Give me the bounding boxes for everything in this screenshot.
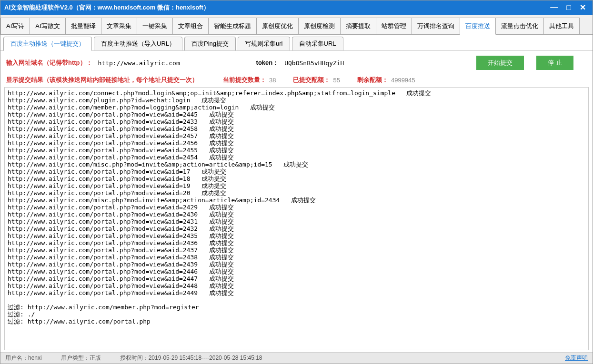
- main-tab-8[interactable]: 原创度检测: [298, 18, 341, 34]
- main-tab-bar: AI写诗AI写散文批量翻译文章采集一键采集文章组合智能生成标题原创度优化原创度检…: [0, 15, 593, 35]
- main-tab-7[interactable]: 原创度优化: [256, 18, 299, 34]
- app-window: AI文章智能处理软件V2.0（官网：www.henxisoft.com 微信：h…: [0, 0, 593, 364]
- domain-label: 输入网址域名（记得带http）：: [6, 59, 92, 67]
- main-tab-6[interactable]: 智能生成标题: [208, 18, 257, 34]
- minimize-icon[interactable]: —: [550, 4, 558, 11]
- close-icon[interactable]: ✕: [580, 4, 586, 11]
- stats-row: 显示提交结果（该模块推送网站内部链接地址，每个地址只提交一次） 当前提交数量： …: [0, 75, 593, 87]
- start-submit-button[interactable]: 开始提交: [476, 56, 524, 70]
- main-tab-0[interactable]: AI写诗: [0, 18, 30, 34]
- status-auth: 授权时间：2019-05-29 15:45:18----2020-05-28 1…: [120, 354, 262, 362]
- sub-tab-3[interactable]: 写规则采集url: [238, 37, 290, 50]
- sub-tab-1[interactable]: 百度主动推送（导入URL）: [94, 37, 182, 50]
- domain-input[interactable]: [96, 59, 211, 68]
- main-tab-2[interactable]: 批量翻译: [65, 18, 101, 34]
- remain-quota-label: 剩余配额：: [357, 76, 388, 84]
- log-panel: http://www.ailyric.com/connect.php?mod=l…: [4, 87, 589, 350]
- main-tab-14[interactable]: 其他工具: [543, 18, 580, 34]
- remain-quota-value: 4999945: [391, 77, 415, 84]
- current-count-value: 38: [269, 77, 276, 84]
- sub-tab-0[interactable]: 百度主动推送（一键提交）: [3, 37, 92, 51]
- main-tab-12[interactable]: 百度推送: [460, 18, 496, 35]
- sub-tab-bar: 百度主动推送（一键提交）百度主动推送（导入URL）百度Ping提交写规则采集ur…: [0, 35, 593, 51]
- titlebar: AI文章智能处理软件V2.0（官网：www.henxisoft.com 微信：h…: [0, 0, 593, 15]
- status-user: 用户名：henxi: [5, 354, 42, 362]
- submitted-quota-label: 已提交配额：: [293, 76, 330, 84]
- status-bar: 用户名：henxi 用户类型：正版 授权时间：2019-05-29 15:45:…: [0, 352, 593, 364]
- main-tab-10[interactable]: 站群管理: [376, 18, 412, 34]
- current-count-label: 当前提交数量：: [223, 76, 266, 84]
- main-tab-4[interactable]: 一键采集: [137, 18, 173, 34]
- status-type: 用户类型：正版: [61, 354, 101, 362]
- window-controls: — □ ✕: [550, 4, 589, 11]
- main-tab-9[interactable]: 摘要提取: [340, 18, 376, 34]
- disclaimer-link[interactable]: 免责声明: [565, 354, 588, 362]
- main-tab-13[interactable]: 流量点击优化: [495, 18, 544, 34]
- main-tab-1[interactable]: AI写散文: [30, 18, 65, 34]
- main-tab-3[interactable]: 文章采集: [101, 18, 137, 34]
- submitted-quota-value: 55: [333, 77, 340, 84]
- main-tab-11[interactable]: 万词排名查询: [412, 18, 460, 34]
- main-tab-5[interactable]: 文章组合: [172, 18, 209, 34]
- input-row: 输入网址域名（记得带http）： token： 开始提交 停 止: [0, 51, 593, 75]
- sub-tab-4[interactable]: 自动采集URL: [292, 37, 343, 50]
- app-title: AI文章智能处理软件V2.0（官网：www.henxisoft.com 微信：h…: [4, 3, 550, 12]
- maximize-icon[interactable]: □: [566, 4, 571, 11]
- result-label: 显示提交结果（该模块推送网站内部链接地址，每个地址只提交一次）: [6, 76, 198, 84]
- token-label: token：: [256, 59, 279, 67]
- stop-button[interactable]: 停 止: [536, 56, 573, 70]
- log-textarea[interactable]: http://www.ailyric.com/connect.php?mod=l…: [5, 88, 588, 350]
- token-input[interactable]: [282, 59, 378, 68]
- sub-tab-2[interactable]: 百度Ping提交: [184, 37, 236, 50]
